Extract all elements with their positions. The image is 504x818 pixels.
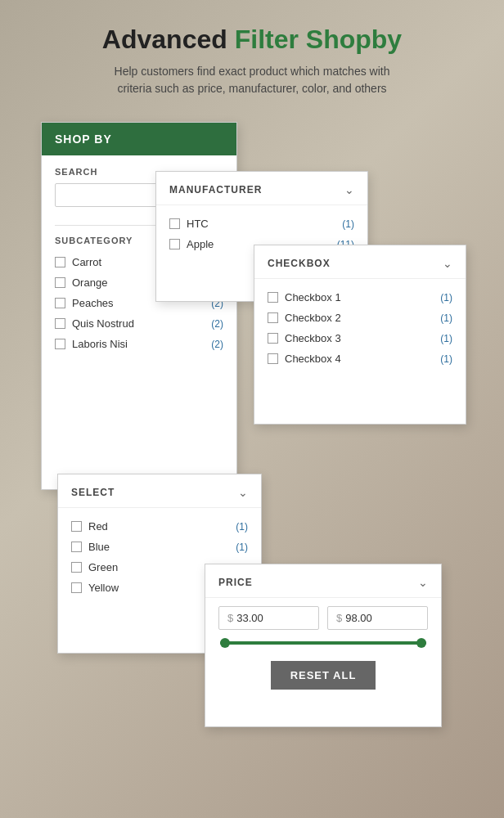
checkbox-icon[interactable] [71, 521, 82, 532]
item-label: Checkbox 1 [285, 291, 341, 303]
range-thumb-right[interactable] [416, 638, 426, 648]
select-title: SELECT [71, 487, 115, 498]
checkbox-icon[interactable] [55, 277, 65, 288]
chevron-down-icon: ⌄ [344, 183, 354, 196]
range-track [220, 641, 426, 645]
item-label: Yellow [88, 582, 119, 594]
count-badge: (1) [236, 521, 248, 533]
checkbox-title: CHECKBOX [268, 258, 331, 269]
item-label: Apple [187, 238, 214, 250]
item-label: Blue [88, 541, 110, 553]
checkbox-icon[interactable] [268, 353, 278, 364]
chevron-down-icon: ⌄ [238, 486, 248, 499]
list-item: Checkbox 2 (1) [268, 308, 452, 328]
item-label: Orange [72, 276, 107, 289]
list-item: Quis Nostrud (2) [55, 313, 223, 334]
checkbox-icon[interactable] [169, 239, 180, 249]
page-title: Advanced Filter Shopby [102, 25, 402, 55]
list-item: Blue (1) [71, 537, 248, 557]
chevron-down-icon: ⌄ [418, 576, 428, 589]
list-item: Checkbox 4 (1) [268, 348, 452, 369]
checkbox-icon[interactable] [71, 562, 82, 573]
checkbox-icon[interactable] [268, 292, 278, 303]
item-label: Green [88, 561, 118, 573]
item-label: Peaches [72, 297, 114, 309]
checkbox-icon[interactable] [71, 582, 82, 593]
currency-symbol: $ [336, 612, 342, 624]
price-header[interactable]: PRICE ⌄ [205, 564, 441, 598]
price-min-field: $ 33.00 [218, 606, 319, 630]
item-label: HTC [187, 218, 209, 230]
range-slider[interactable] [218, 641, 428, 645]
card-price: PRICE ⌄ $ 33.00 $ 98.00 [205, 564, 442, 727]
cards-area: SHOP BY SEARCH SUBCATEGORY Carrot Orange [16, 122, 488, 711]
count-badge: (1) [440, 333, 452, 344]
price-max-value: 98.00 [345, 612, 372, 624]
price-body: $ 33.00 $ 98.00 RESET ALL [205, 598, 441, 701]
item-label: Quis Nostrud [72, 317, 134, 330]
card-checkbox: CHECKBOX ⌄ Checkbox 1 (1) Checkbox 2 [254, 245, 466, 425]
count-badge: (1) [440, 312, 452, 324]
checkbox-icon[interactable] [55, 339, 65, 349]
range-thumb-left[interactable] [220, 638, 230, 648]
main-content: Advanced Filter Shopby Help customers fi… [0, 0, 504, 744]
manufacturer-header[interactable]: MANUFACTURER ⌄ [156, 172, 367, 205]
list-item: HTC (1) [169, 213, 354, 234]
checkbox-icon[interactable] [268, 333, 278, 344]
manufacturer-title: MANUFACTURER [169, 184, 262, 196]
count-badge: (2) [211, 339, 223, 350]
checkbox-icon[interactable] [55, 257, 65, 267]
count-badge: (1) [236, 542, 248, 553]
checkbox-icon[interactable] [55, 318, 65, 329]
chevron-down-icon: ⌄ [443, 257, 452, 270]
item-label: Laboris Nisi [72, 338, 128, 350]
item-label: Red [88, 520, 108, 533]
list-item: Checkbox 3 (1) [268, 328, 452, 348]
checkbox-body: Checkbox 1 (1) Checkbox 2 (1) Checkbox 3 [254, 279, 466, 380]
list-item: Red (1) [71, 516, 248, 537]
select-header[interactable]: SELECT ⌄ [58, 474, 261, 508]
currency-symbol: $ [227, 612, 233, 624]
item-label: Carrot [72, 256, 101, 268]
price-inputs: $ 33.00 $ 98.00 [218, 606, 428, 630]
item-label: Checkbox 4 [285, 353, 341, 365]
page-subtitle: Help customers find exact product which … [97, 63, 407, 97]
list-item: Laboris Nisi (2) [55, 334, 223, 354]
checkbox-header[interactable]: CHECKBOX ⌄ [254, 245, 466, 279]
price-max-field: $ 98.00 [327, 606, 428, 630]
checkbox-icon[interactable] [169, 218, 180, 229]
item-label: Checkbox 2 [285, 312, 341, 324]
count-badge: (2) [211, 318, 223, 330]
item-label: Checkbox 3 [285, 332, 341, 344]
checkbox-icon[interactable] [71, 542, 82, 552]
shopby-header: SHOP BY [42, 123, 236, 155]
reset-all-button[interactable]: RESET ALL [271, 661, 376, 690]
checkbox-icon[interactable] [55, 298, 65, 308]
list-item: Checkbox 1 (1) [268, 287, 452, 308]
count-badge: (1) [342, 218, 354, 230]
price-title: PRICE [218, 577, 253, 588]
count-badge: (1) [440, 353, 452, 365]
price-min-value: 33.00 [236, 612, 263, 624]
checkbox-icon[interactable] [268, 312, 278, 323]
count-badge: (1) [440, 292, 452, 303]
